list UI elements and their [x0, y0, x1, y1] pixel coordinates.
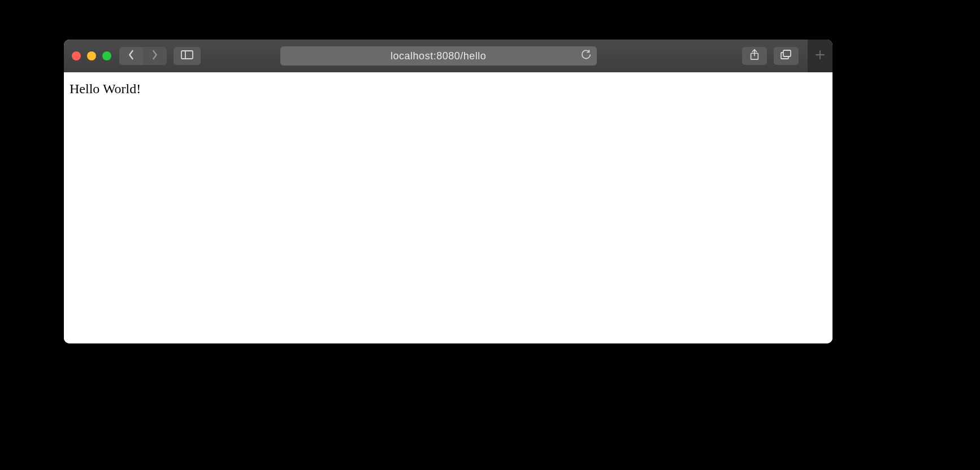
minimize-window-button[interactable]: [87, 51, 96, 60]
back-button[interactable]: [119, 47, 143, 65]
close-window-button[interactable]: [72, 51, 81, 60]
page-content: Hello World!: [64, 72, 832, 343]
share-button[interactable]: [742, 47, 767, 65]
plus-icon: [815, 50, 825, 62]
share-icon: [749, 49, 760, 63]
maximize-window-button[interactable]: [102, 51, 111, 60]
tabs-icon: [780, 50, 792, 62]
new-tab-button[interactable]: [808, 40, 832, 72]
sidebar-toggle-button[interactable]: [174, 47, 201, 65]
address-bar[interactable]: localhost:8080/hello: [280, 46, 597, 66]
chevron-left-icon: [127, 50, 135, 62]
svg-rect-0: [181, 51, 193, 59]
sidebar-icon: [181, 50, 193, 62]
address-url: localhost:8080/hello: [391, 50, 486, 62]
page-body-text: Hello World!: [70, 81, 827, 97]
titlebar: localhost:8080/hello: [64, 40, 832, 72]
traffic-lights: [72, 51, 111, 60]
nav-button-group: [119, 47, 167, 65]
svg-rect-4: [783, 50, 791, 56]
chevron-right-icon: [151, 50, 159, 62]
show-tabs-button[interactable]: [774, 47, 799, 65]
browser-window: localhost:8080/hello: [64, 40, 832, 343]
reload-icon: [581, 50, 591, 62]
reload-button[interactable]: [580, 50, 592, 62]
forward-button[interactable]: [143, 47, 167, 65]
right-toolbar: [742, 40, 825, 72]
